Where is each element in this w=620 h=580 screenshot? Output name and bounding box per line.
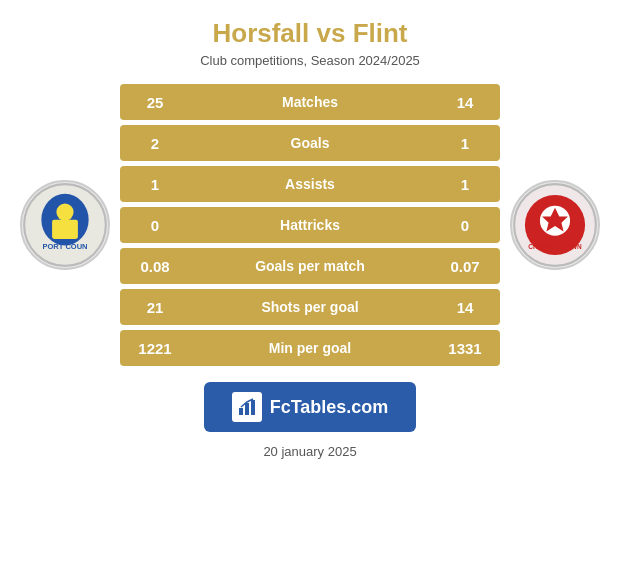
stat-label-text: Goals per match [190, 258, 430, 274]
stat-row-goals: 2Goals1 [120, 125, 500, 161]
fctables-icon [232, 392, 262, 422]
stats-table: 25Matches142Goals11Assists10Hattricks00.… [120, 84, 500, 366]
stat-row-assists: 1Assists1 [120, 166, 500, 202]
stat-row-goals-per-match: 0.08Goals per match0.07 [120, 248, 500, 284]
stat-left-value: 1221 [120, 340, 190, 357]
stat-left-value: 0.08 [120, 258, 190, 275]
stat-right-value: 0.07 [430, 258, 500, 275]
horsfall-team-logo: PORT COUN [10, 180, 120, 270]
stat-row-hattricks: 0Hattricks0 [120, 207, 500, 243]
stat-right-value: 0 [430, 217, 500, 234]
flint-logo: CRAWLEY TOWN [510, 180, 600, 270]
stat-row-min-per-goal: 1221Min per goal1331 [120, 330, 500, 366]
main-content: PORT COUN 25Matches142Goals11Assists10Ha… [0, 74, 620, 366]
stat-right-value: 14 [430, 94, 500, 111]
stat-left-value: 2 [120, 135, 190, 152]
stat-label-text: Shots per goal [190, 299, 430, 315]
svg-rect-2 [52, 220, 78, 239]
stat-row-matches: 25Matches14 [120, 84, 500, 120]
stat-left-value: 21 [120, 299, 190, 316]
horsfall-logo: PORT COUN [20, 180, 110, 270]
svg-rect-10 [239, 408, 243, 415]
stat-right-value: 1 [430, 135, 500, 152]
fctables-label: FcTables.com [270, 397, 389, 418]
stat-right-value: 1331 [430, 340, 500, 357]
svg-rect-12 [251, 400, 255, 415]
stat-label-text: Matches [190, 94, 430, 110]
fctables-banner[interactable]: FcTables.com [204, 382, 417, 432]
stat-row-shots-per-goal: 21Shots per goal14 [120, 289, 500, 325]
stat-right-value: 14 [430, 299, 500, 316]
match-date: 20 january 2025 [263, 444, 356, 459]
flint-team-logo: CRAWLEY TOWN [500, 180, 610, 270]
stat-label-text: Goals [190, 135, 430, 151]
match-title: Horsfall vs Flint [200, 18, 420, 49]
stat-label-text: Hattricks [190, 217, 430, 233]
svg-text:PORT COUN: PORT COUN [42, 242, 87, 251]
stat-left-value: 0 [120, 217, 190, 234]
svg-text:CRAWLEY TOWN: CRAWLEY TOWN [528, 243, 582, 250]
stat-left-value: 25 [120, 94, 190, 111]
stat-label-text: Assists [190, 176, 430, 192]
header: Horsfall vs Flint Club competitions, Sea… [190, 0, 430, 74]
stat-right-value: 1 [430, 176, 500, 193]
stat-label-text: Min per goal [190, 340, 430, 356]
svg-point-3 [56, 204, 73, 221]
stat-left-value: 1 [120, 176, 190, 193]
svg-rect-11 [245, 403, 249, 415]
match-subtitle: Club competitions, Season 2024/2025 [200, 53, 420, 68]
